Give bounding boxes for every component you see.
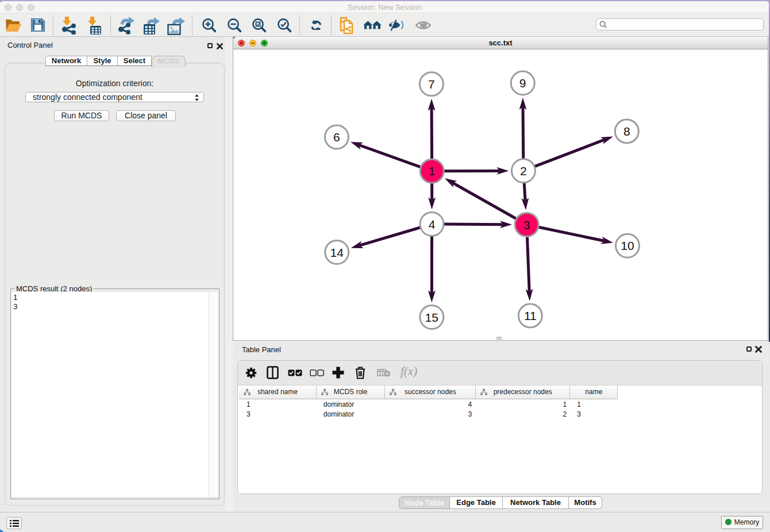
svg-text:7: 7	[428, 78, 435, 91]
svg-text:6: 6	[333, 130, 340, 144]
svg-text:11: 11	[524, 309, 537, 322]
svg-text:15: 15	[425, 311, 438, 324]
svg-text:14: 14	[330, 246, 344, 259]
svg-text:8: 8	[623, 125, 630, 138]
svg-text:2: 2	[520, 164, 527, 178]
svg-text:1: 1	[429, 164, 436, 178]
svg-text:10: 10	[621, 239, 634, 252]
svg-text:9: 9	[519, 76, 526, 90]
svg-text:3: 3	[523, 218, 530, 232]
svg-text:4: 4	[429, 218, 436, 231]
